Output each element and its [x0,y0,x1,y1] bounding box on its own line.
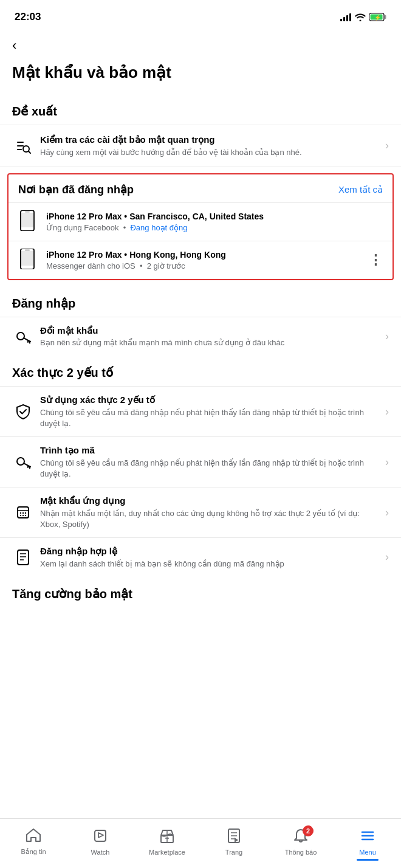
nav-item-pages[interactable]: Trang [200,823,267,856]
code-gen-title: Trình tạo mã [40,444,379,456]
code-gen-arrow: › [385,456,389,469]
app-password-icon [12,504,34,521]
status-time: 22:03 [15,11,41,23]
authorized-logins-desc: Xem lại danh sách thiết bị mà bạn sẽ khô… [40,559,379,570]
back-button[interactable]: ‹ [0,30,401,58]
login-places-title: Nơi bạn đã đăng nhập [18,183,134,196]
2fa-use-title: Sử dụng xác thực 2 yếu tố [40,394,379,406]
device-title-1: iPhone 12 Pro Max • San Francisco, CA, U… [46,211,377,222]
svg-rect-1 [385,15,386,19]
svg-rect-26 [22,512,24,514]
svg-rect-13 [25,249,30,250]
2fa-use-arrow: › [385,405,389,418]
authorized-logins-icon [12,549,34,566]
device-title-2: iPhone 12 Pro Max • Hong Kong, Hong Kong [46,249,363,260]
svg-point-15 [17,332,24,340]
nav-label-watch: Watch [91,849,110,856]
change-password-desc: Bạn nên sử dụng mật khẩu mạnh mà mình ch… [40,337,379,348]
app-password-desc: Nhận mật khẩu một lần, duy nhất cho các … [40,508,379,530]
key-icon [12,328,34,345]
nav-item-notifications[interactable]: 2 Thông báo [267,823,334,856]
app-password-title: Mật khẩu ứng dụng [40,495,379,507]
svg-rect-14 [21,251,33,266]
nav-item-home[interactable]: Bảng tin [0,822,67,856]
status-bar: 22:03 ⚡ [0,0,401,30]
menu-active-indicator [357,859,379,861]
app-password-arrow: › [385,506,389,519]
wifi-icon [355,13,366,21]
code-gen-content: Trình tạo mã Chúng tôi sẽ yêu cầu mã đăn… [34,444,385,480]
security-check-arrow: › [385,139,389,152]
app-password-item[interactable]: Mật khẩu ứng dụng Nhận mật khẩu một lần,… [0,487,401,537]
device-item-2[interactable]: iPhone 12 Pro Max • Hong Kong, Hong Kong… [9,241,392,279]
shield-icon [12,403,34,420]
device-more-button[interactable]: ⋮ [369,252,383,268]
marketplace-icon [159,828,175,846]
device-phone-icon-1 [18,210,40,233]
section-2fa: Xác thực 2 yếu tố [0,356,401,386]
authorized-logins-arrow: › [385,551,389,563]
device-subtitle-2: Messenger dành cho iOS • 2 giờ trước [46,261,363,270]
nav-label-notifications: Thông báo [285,849,317,856]
menu-icon [360,828,375,846]
nav-label-menu: Menu [359,849,376,856]
svg-line-8 [29,151,30,153]
nav-label-home: Bảng tin [21,848,46,856]
security-check-desc: Hãy cùng xem một vài bước hướng dẫn để b… [40,147,379,158]
security-check-content: Kiểm tra các cài đặt bảo mật quan trọng … [34,134,385,158]
svg-rect-10 [25,211,30,212]
login-places-section: Nơi bạn đã đăng nhập Xem tất cả iPhone 1… [7,173,394,280]
device-item-1[interactable]: iPhone 12 Pro Max • San Francisco, CA, U… [9,202,392,241]
pages-icon [226,828,242,846]
bell-icon: 2 [293,828,309,846]
svg-rect-28 [20,515,21,516]
security-check-title: Kiểm tra các cài đặt bảo mật quan trọng [40,134,379,146]
svg-point-19 [17,458,24,465]
see-all-link[interactable]: Xem tất cả [338,184,383,195]
battery-icon: ⚡ [369,13,386,21]
code-gen-item[interactable]: Trình tạo mã Chúng tôi sẽ yêu cầu mã đăn… [0,436,401,487]
nav-item-menu[interactable]: Menu [334,823,401,856]
page-title: Mật khẩu và bảo mật [0,58,401,94]
watch-icon [92,828,108,846]
nav-label-pages: Trang [225,849,242,856]
change-password-title: Đổi mật khẩu [40,325,379,337]
code-gen-desc: Chúng tôi sẽ yêu cầu mã đăng nhập nếu ph… [40,458,379,480]
bottom-nav: Bảng tin Watch Marketplace [0,818,401,868]
change-password-item[interactable]: Đổi mật khẩu Bạn nên sử dụng mật khẩu mạ… [0,317,401,356]
svg-rect-27 [25,512,26,514]
svg-rect-29 [22,515,24,516]
2fa-use-content: Sử dụng xác thực 2 yếu tố Chúng tôi sẽ y… [34,394,385,429]
signal-icon [340,13,351,21]
svg-rect-25 [20,512,21,514]
svg-marker-36 [98,833,103,838]
svg-text:⚡: ⚡ [374,14,382,21]
2fa-use-item[interactable]: Sử dụng xác thực 2 yếu tố Chúng tôi sẽ y… [0,386,401,436]
login-places-header: Nơi bạn đã đăng nhập Xem tất cả [9,174,392,202]
device-subtitle-1: Ứng dụng Facebook • Đang hoạt động [46,223,377,232]
nav-label-marketplace: Marketplace [149,849,185,856]
back-chevron-icon: ‹ [12,38,16,53]
device-content-1: iPhone 12 Pro Max • San Francisco, CA, U… [40,211,383,232]
nav-item-watch[interactable]: Watch [67,823,134,856]
section-login: Đăng nhập [0,286,401,317]
status-icons: ⚡ [340,13,386,21]
home-icon [26,827,41,846]
authorized-logins-content: Đăng nhập hợp lệ Xem lại danh sách thiết… [34,545,385,570]
section-enhance: Tăng cường bảo mật [0,577,401,607]
section-suggest: Đề xuất [0,94,401,125]
notification-badge: 2 [303,825,314,836]
device-phone-icon-2 [18,249,40,272]
authorized-logins-item[interactable]: Đăng nhập hợp lệ Xem lại danh sách thiết… [0,537,401,577]
nav-item-marketplace[interactable]: Marketplace [134,823,200,856]
change-password-content: Đổi mật khẩu Bạn nên sử dụng mật khẩu mạ… [34,325,385,349]
svg-rect-31 [18,550,29,565]
authorized-logins-title: Đăng nhập hợp lệ [40,545,379,557]
security-check-item[interactable]: Kiểm tra các cài đặt bảo mật quan trọng … [0,125,401,167]
device-active-status: Đang hoạt động [130,223,187,232]
change-password-arrow: › [385,330,389,343]
svg-rect-30 [25,515,26,516]
2fa-use-desc: Chúng tôi sẽ yêu cầu mã đăng nhập nếu ph… [40,407,379,429]
svg-rect-11 [21,213,33,227]
code-gen-icon [12,453,34,470]
